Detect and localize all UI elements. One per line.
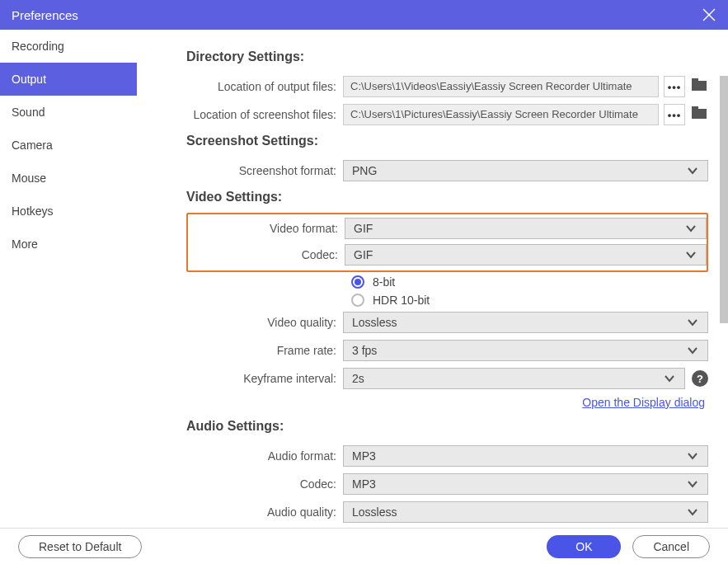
titlebar: Preferences <box>0 0 728 30</box>
open-screenshot-folder-button[interactable] <box>692 106 708 123</box>
screenshot-format-value: PNG <box>352 164 377 177</box>
window-title: Preferences <box>12 8 78 22</box>
sidebar-item-more[interactable]: More <box>0 228 137 261</box>
frame-rate-select[interactable]: 3 fps <box>343 340 708 361</box>
radio-8bit-label: 8-bit <box>373 275 395 289</box>
video-format-label: Video format: <box>188 222 345 235</box>
sidebar-item-output[interactable]: Output <box>0 63 137 96</box>
folder-icon <box>692 78 707 91</box>
screenshot-path-label: Location of screenshot files: <box>186 108 343 121</box>
chevron-down-icon <box>686 344 699 357</box>
highlight-box: Video format: GIF Codec: GIF <box>186 213 708 272</box>
open-output-folder-button[interactable] <box>692 78 708 95</box>
video-quality-label: Video quality: <box>186 316 343 329</box>
audio-format-value: MP3 <box>352 449 376 463</box>
radio-hdr-label: HDR 10-bit <box>373 294 430 307</box>
audio-quality-label: Audio quality: <box>186 505 343 519</box>
scrollbar[interactable] <box>720 76 728 323</box>
sidebar-item-recording[interactable]: Recording <box>0 30 137 63</box>
output-path-field[interactable]: C:\Users\1\Videos\Eassiy\Eassiy Screen R… <box>343 76 659 97</box>
screenshot-path-field[interactable]: C:\Users\1\Pictures\Eassiy\Eassiy Screen… <box>343 104 659 125</box>
browse-output-button[interactable]: ••• <box>664 76 685 97</box>
cancel-button[interactable]: Cancel <box>632 535 710 558</box>
radio-hdr10bit[interactable] <box>351 294 364 307</box>
keyframe-label: Keyframe interval: <box>186 372 343 385</box>
keyframe-select[interactable]: 2s <box>343 368 685 389</box>
footer: Reset to Default OK Cancel <box>0 528 728 564</box>
chevron-down-icon <box>686 505 699 519</box>
audio-codec-value: MP3 <box>352 477 376 491</box>
section-audio-title: Audio Settings: <box>186 419 708 434</box>
chevron-down-icon <box>686 316 699 329</box>
reset-to-default-button[interactable]: Reset to Default <box>18 535 142 558</box>
audio-format-label: Audio format: <box>186 449 343 463</box>
open-display-dialog-link[interactable]: Open the Display dialog <box>582 396 705 409</box>
sidebar-item-camera[interactable]: Camera <box>0 129 137 162</box>
audio-quality-value: Lossless <box>352 505 397 519</box>
sidebar-item-sound[interactable]: Sound <box>0 96 137 129</box>
screenshot-format-select[interactable]: PNG <box>343 160 708 181</box>
content-pane: Directory Settings: Location of output f… <box>137 30 728 528</box>
video-codec-label: Codec: <box>188 248 345 261</box>
section-video-title: Video Settings: <box>186 190 708 204</box>
video-quality-value: Lossless <box>352 316 397 329</box>
audio-codec-label: Codec: <box>186 477 343 491</box>
browse-screenshot-button[interactable]: ••• <box>664 104 685 125</box>
radio-8bit[interactable] <box>351 275 364 289</box>
svg-rect-2 <box>692 81 707 91</box>
sidebar-item-hotkeys[interactable]: Hotkeys <box>0 195 137 228</box>
svg-rect-3 <box>692 78 698 82</box>
svg-rect-4 <box>692 109 707 119</box>
video-codec-value: GIF <box>354 248 373 261</box>
chevron-down-icon <box>663 372 676 385</box>
chevron-down-icon <box>686 164 699 177</box>
section-directory-title: Directory Settings: <box>186 49 708 64</box>
section-screenshot-title: Screenshot Settings: <box>186 134 708 148</box>
svg-rect-5 <box>692 106 698 110</box>
chevron-down-icon <box>686 449 699 463</box>
screenshot-format-label: Screenshot format: <box>186 164 343 177</box>
video-quality-select[interactable]: Lossless <box>343 312 708 333</box>
video-format-value: GIF <box>354 222 373 235</box>
folder-icon <box>692 106 707 119</box>
sidebar-item-mouse[interactable]: Mouse <box>0 162 137 195</box>
chevron-down-icon <box>684 222 697 235</box>
audio-codec-select[interactable]: MP3 <box>343 473 708 495</box>
frame-rate-value: 3 fps <box>352 344 377 357</box>
keyframe-value: 2s <box>352 372 364 385</box>
audio-quality-select[interactable]: Lossless <box>343 501 708 523</box>
help-icon[interactable]: ? <box>692 370 708 387</box>
ok-button[interactable]: OK <box>547 535 621 558</box>
close-icon[interactable] <box>702 7 716 22</box>
output-path-label: Location of output files: <box>186 80 343 93</box>
video-codec-select[interactable]: GIF <box>345 244 707 266</box>
sidebar: Recording Output Sound Camera Mouse Hotk… <box>0 30 137 528</box>
chevron-down-icon <box>686 477 699 491</box>
frame-rate-label: Frame rate: <box>186 344 343 357</box>
audio-format-select[interactable]: MP3 <box>343 445 708 467</box>
video-format-select[interactable]: GIF <box>345 218 707 239</box>
chevron-down-icon <box>684 248 697 261</box>
